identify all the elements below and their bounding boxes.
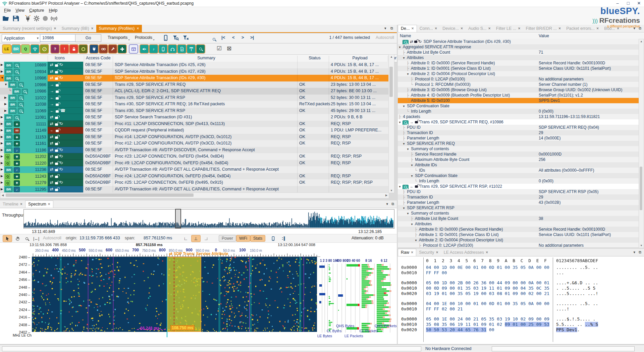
- row-expander-icon[interactable]: ▶: [1, 161, 4, 165]
- table-row[interactable]: ▼BR10986→08:5E:5FTrans #29, SDP SERVICE …: [0, 81, 388, 88]
- row-expander-icon[interactable]: ▶: [1, 174, 4, 178]
- autoscroll-toggle[interactable]: Autoscroll: [43, 236, 61, 240]
- close-icon[interactable]: ×: [461, 26, 463, 31]
- float-pane-icon[interactable]: ⧉: [391, 202, 394, 206]
- scroll-right-icon[interactable]: ▶: [385, 194, 388, 197]
- tree-row[interactable]: └ Info Length0 (0x00): [398, 109, 639, 114]
- raw-tab-le-access-addresses[interactable]: LE Access Addresses×: [441, 249, 491, 256]
- collapse-icon[interactable]: ▾: [402, 141, 406, 146]
- tree-row[interactable]: ├ Service Record Handle0x0001000D: [398, 152, 639, 157]
- table-row[interactable]: ▶Q11202⇄↻0xD50AD9BFProc #23: L2CAP CONNE…: [0, 153, 388, 160]
- close-icon[interactable]: ×: [436, 250, 438, 255]
- filter-le[interactable]: LE: [2, 44, 11, 54]
- spectrum-tab-timeline[interactable]: Timeline×: [0, 201, 25, 208]
- row-expander-icon[interactable]: ▼: [4, 83, 8, 86]
- find-icon[interactable]: [211, 35, 219, 43]
- details-tab-4[interactable]: Filter LE ...×: [493, 25, 523, 32]
- device-icon[interactable]: [268, 235, 278, 242]
- details-scrollbar[interactable]: ▲ ▼: [639, 39, 644, 248]
- table-row[interactable]: ▶BR11161⇄08:5E:5FProc #12: L2CAP CONFIGU…: [0, 140, 388, 147]
- table-row[interactable]: ▼BR10986⇄↻08:5E:5FSDP Service Attribute …: [0, 75, 388, 81]
- tree-row[interactable]: ⇄↻ SDP Service Attribute Transaction (ID…: [398, 39, 639, 44]
- tree-row[interactable]: ├ Attribute 3: ID 0x0005 (Browse Group L…: [398, 87, 639, 93]
- row-expander-icon[interactable]: ▶: [1, 128, 4, 132]
- details-tab-2[interactable]: Device...×: [440, 25, 466, 32]
- tree-row[interactable]: ├ Attribute List Byte Count38: [398, 216, 639, 221]
- tree-row[interactable]: ▾ SDP SERVICE ATTR REQ: [398, 141, 639, 146]
- row-expander-icon[interactable]: ▶: [1, 168, 4, 171]
- collapse-icon[interactable]: ▾: [414, 238, 418, 243]
- table-row[interactable]: ▶BR11111⇄↻08:5E:5FProc #11: L2CAP DISCON…: [0, 121, 388, 127]
- row-expander-icon[interactable]: ▶: [1, 63, 4, 66]
- throughput-selection[interactable]: [175, 209, 181, 228]
- row-expander-icon[interactable]: ▶: [1, 187, 4, 191]
- histogram-cl-bytes[interactable]: [329, 263, 338, 333]
- collapse-icon[interactable]: ▾: [406, 71, 410, 77]
- search-input[interactable]: 10986: [40, 34, 76, 42]
- tree-row[interactable]: ├ Attribute 0: ID 0x0000 (Service Record…: [398, 227, 639, 232]
- table-row[interactable]: ▶BR♪11186⇄↻08:5E:5FAVDTP Transaction #8:…: [0, 147, 388, 154]
- tree-row[interactable]: ▾ Attribute IDs: [398, 162, 639, 168]
- close-icon[interactable]: ×: [54, 26, 56, 31]
- collapse-icon[interactable]: ▾: [398, 45, 402, 50]
- name-column-header[interactable]: Name: [400, 34, 411, 38]
- scrollbar-thumb[interactable]: [6, 193, 194, 197]
- nav-next-icon[interactable]: >: [241, 35, 244, 40]
- scrollbar-thumb[interactable]: [640, 167, 642, 210]
- filter-music[interactable]: ♪: [149, 44, 158, 54]
- close-icon[interactable]: ×: [20, 202, 22, 207]
- table-row[interactable]: ▶BR10934⇄↻08:5E:5FSDP Service Attribute …: [0, 68, 388, 75]
- zoom-tool-button[interactable]: [22, 235, 32, 242]
- tree-row[interactable]: ├ Attribute 4: ID 0x0009 (Bluetooth Prof…: [398, 93, 639, 98]
- device-filter-icon[interactable]: [162, 35, 170, 42]
- tree-row[interactable]: ▾ Aggregated SERVICE ATTR response: [398, 44, 639, 50]
- align-center-button[interactable]: ⊥: [191, 235, 201, 242]
- column-header-summary[interactable]: Summary: [113, 56, 298, 62]
- protocols-menu[interactable]: Protocols⌄: [135, 35, 155, 41]
- tree-row[interactable]: ▾ SDP SERVICE ATTR RSP: [398, 205, 639, 211]
- tree-row[interactable]: ├ Attribute 1: ID 0x0001 (Service Class …: [398, 232, 639, 237]
- autoscroll-toggle[interactable]: Autoscroll: [376, 35, 394, 40]
- save-icon[interactable]: [12, 15, 21, 23]
- filter-phone[interactable]: [158, 44, 168, 54]
- tree-row[interactable]: ├ PDU IDSDP SERVICE ATTR RSP (0x05): [398, 189, 639, 194]
- table-row[interactable]: ▶BR11149←08:5E:5FCQDDR request (Peripher…: [0, 127, 388, 134]
- scroll-down-icon[interactable]: ▼: [639, 244, 644, 247]
- power-toggle[interactable]: Power: [219, 235, 236, 242]
- histogram-qhs-bytes[interactable]: [338, 263, 346, 333]
- row-expander-icon[interactable]: ▶: [1, 181, 4, 184]
- tree-row[interactable]: ├ Protocol 0: L2CAP (0x0100)No additiona…: [398, 76, 639, 82]
- filter-no-traffic[interactable]: [40, 44, 49, 54]
- tree-row[interactable]: ├ Attribute 0: ID 0x0000 (Service Record…: [398, 60, 639, 66]
- filter-sdp[interactable]: [196, 44, 205, 54]
- throughput-canvas[interactable]: [24, 210, 393, 228]
- settings-icon[interactable]: [33, 15, 42, 23]
- raw-tab-security[interactable]: Security×: [416, 249, 441, 256]
- table-row[interactable]: ▶BR♪11295⇄08:5E:5FAVDTP Transaction #8: …: [0, 186, 388, 193]
- filter-wifi[interactable]: [30, 44, 40, 54]
- filter-headset[interactable]: [168, 44, 177, 54]
- table-row[interactable]: ▶BR11038→08:5E:5FTrans #30, SDP SERVICE …: [0, 101, 388, 108]
- select-all-icon[interactable]: ☑: [217, 45, 222, 52]
- maximize-button[interactable]: □: [623, 0, 633, 6]
- filter-l2cap[interactable]: [117, 44, 127, 54]
- tree-row[interactable]: └ IDsAll attributes (0x0000–0xFFFF): [398, 168, 639, 173]
- minimize-button[interactable]: –: [612, 0, 623, 6]
- filter-link-manager[interactable]: [108, 44, 117, 54]
- cursor-tool-button[interactable]: [3, 235, 12, 242]
- details-tab-3[interactable]: Audio S...×: [466, 25, 493, 32]
- filter-unknown[interactable]: ?: [50, 44, 60, 54]
- row-expander-icon[interactable]: ▶: [4, 102, 8, 106]
- row-expander-icon[interactable]: ▶: [1, 135, 4, 138]
- close-icon[interactable]: ×: [411, 26, 414, 31]
- table-row[interactable]: ▶BR11081⇄08:5E:5FSDP Service Search Tran…: [0, 114, 388, 121]
- tree-row[interactable]: ▾ SDP Continuation State: [398, 103, 639, 109]
- tree-row[interactable]: ├ Protocol 0: L2CAP (0x0100)No additiona…: [398, 243, 639, 247]
- float-pane-icon[interactable]: ⧉: [639, 250, 641, 254]
- collapse-icon[interactable]: ▾: [398, 184, 402, 189]
- tree-row[interactable]: ├ Parameter Length43 (0x002B): [398, 200, 639, 205]
- tree-row[interactable]: ▾ Attributes: [398, 55, 639, 60]
- collapse-icon[interactable]: ▾: [410, 173, 414, 179]
- filter-empty[interactable]: [78, 44, 88, 54]
- tree-row[interactable]: └ Protocol 1: RFCOMM (0x0003)Server Chan…: [398, 82, 639, 87]
